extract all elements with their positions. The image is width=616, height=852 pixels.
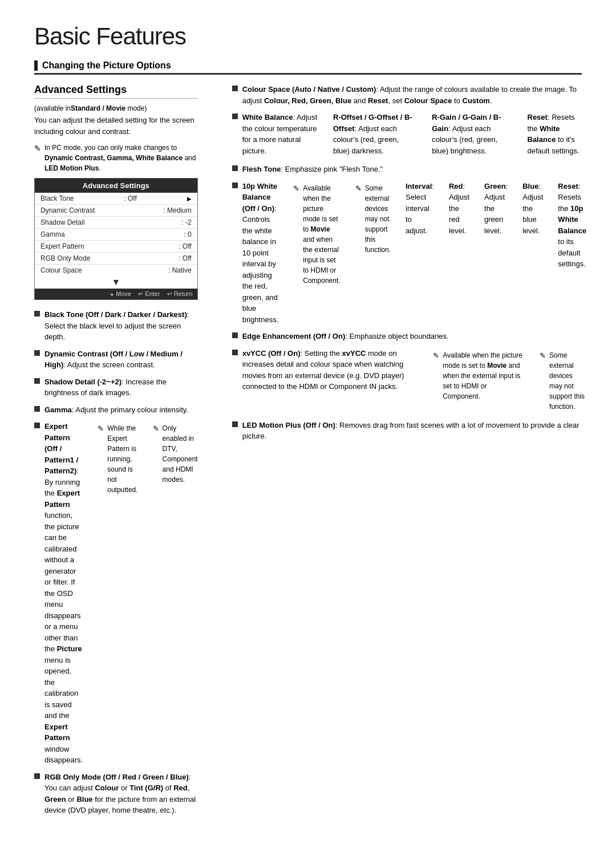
list-item: Edge Enhancement (Off / On): Emphasize o… [232, 331, 587, 342]
bullet-icon [232, 113, 238, 119]
list-item: 10p White Balance (Off / On): Controls t… [232, 181, 587, 326]
table-body: Black Tone: Off▶Dynamic Contrast: Medium… [35, 193, 197, 276]
bullet-icon [34, 406, 40, 412]
intro-text: You can adjust the detailed setting for … [34, 115, 198, 137]
bullet-icon [232, 332, 238, 338]
sub-item: R-Gain / G-Gain / B-Gain: Adjust each co… [432, 112, 512, 156]
sub-item: Reset: Resets the White Balance to it's … [528, 112, 587, 156]
list-item: Dynamic Contrast (Off / Low / Medium / H… [34, 348, 198, 371]
note-icon: ✎ [34, 143, 41, 173]
list-item: Black Tone (Off / Dark / Darker / Darkes… [34, 309, 198, 343]
table-row: Expert Pattern: Off [35, 241, 197, 253]
pc-mode-note: ✎ In PC mode, you can only make changes … [34, 143, 198, 173]
list-item: Flesh Tone: Emphasize pink "Flesh Tone." [232, 164, 587, 175]
left-column: Advanced Settings (available inStandard … [34, 84, 204, 822]
list-item: RGB Only Mode (Off / Red / Green / Blue)… [34, 772, 198, 816]
sub-note: ✎While the Expert Pattern is running, so… [98, 423, 137, 764]
right-column: Colour Space (Auto / Native / Custom): A… [226, 84, 587, 822]
bullet-icon [232, 350, 238, 355]
sub-note: ✎Some external devices may not support t… [540, 350, 586, 412]
advanced-settings-table: Advanced Settings Black Tone: Off▶Dynami… [34, 178, 198, 300]
list-item: Shadow Detail (-2~+2): Increase the brig… [34, 376, 198, 399]
bullet-icon [232, 165, 238, 171]
sub-item: R-Offset / G-Offset / B-Offset: Adjust e… [333, 112, 417, 156]
sub-note: ✎Only enabled in DTV, Component and HDMI… [153, 423, 198, 764]
bullet-icon [232, 421, 238, 427]
table-row: Gamma: 0 [35, 229, 197, 241]
table-row: Colour Space: Native [35, 265, 197, 276]
list-item: Expert Pattern (Off / Pattern1 / Pattern… [34, 421, 198, 766]
sub-item: Green: Adjust the green level. [484, 181, 508, 324]
sub-note: ✎Some external devices may not support t… [355, 183, 391, 323]
bullet-icon [232, 86, 238, 91]
bullet-icon [34, 773, 40, 779]
bullet-icon [34, 423, 40, 428]
section-heading: Changing the Picture Options [34, 60, 582, 75]
left-bullet-list: Black Tone (Off / Dark / Darker / Darkes… [34, 309, 198, 816]
table-footer: ⬥ Move ↵ Enter ↩ Return [35, 289, 197, 299]
sub-note: ✎Available when the picture mode is set … [293, 183, 340, 323]
list-item: LED Motion Plus (Off / On): Removes drag… [232, 420, 587, 442]
list-item: xvYCC (Off / On): Setting the xvYCC mode… [232, 348, 587, 414]
table-header: Advanced Settings [35, 178, 197, 193]
page-title: Basic Features [34, 23, 582, 50]
sub-item: Blue: Adjust the blue level. [522, 181, 543, 324]
available-note: (available inStandard / Movie mode) [34, 104, 198, 112]
bullet-icon [34, 350, 40, 356]
list-item: Gamma: Adjust the primary colour intensi… [34, 404, 198, 416]
table-row: Dynamic Contrast: Medium [35, 205, 197, 217]
note-text: In PC mode, you can only make changes to… [44, 143, 198, 173]
sub-item: Red: Adjust the red level. [449, 181, 469, 324]
right-bullet-list: Colour Space (Auto / Native / Custom): A… [232, 84, 587, 442]
bullet-icon [34, 378, 40, 384]
bullet-icon [34, 311, 40, 317]
sub-item: Interval: Select interval to adjust. [406, 181, 434, 324]
list-item: White Balance: Adjust the colour tempera… [232, 112, 587, 158]
table-row: Black Tone: Off▶ [35, 193, 197, 205]
table-scroll-indicator: ▼ [35, 276, 197, 289]
list-item: Colour Space (Auto / Native / Custom): A… [232, 84, 587, 106]
bullet-icon [232, 182, 238, 188]
sub-item: Reset: Resets the 10p White Balance to i… [558, 181, 586, 324]
sub-note: ✎Available when the picture mode is set … [433, 350, 525, 412]
table-row: Shadow Detail: -2 [35, 217, 197, 229]
subsection-heading: Advanced Settings [34, 84, 198, 99]
section-heading-text: Changing the Picture Options [42, 60, 171, 71]
table-row: RGB Only Mode: Off [35, 253, 197, 265]
